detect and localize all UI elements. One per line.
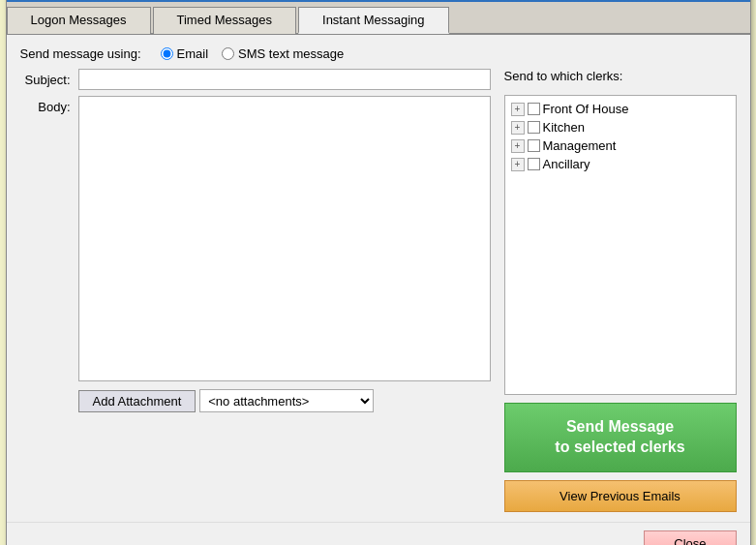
sms-radio-item[interactable]: SMS text message [222, 46, 344, 61]
body-row: Body: [20, 96, 491, 381]
clerk-tree[interactable]: + Front Of House + Kitchen + Management [504, 95, 737, 395]
subject-row: Subject: [20, 69, 491, 90]
tab-content: Send message using: Email SMS text messa… [7, 35, 750, 522]
body-textarea[interactable] [78, 96, 491, 381]
send-to-label: Send to which clerks: [504, 69, 737, 83]
close-button[interactable]: Close [644, 530, 736, 545]
checkbox-front-house[interactable] [528, 103, 540, 115]
send-btn-line1: Send Message [566, 418, 674, 435]
right-panel: Send to which clerks: + Front Of House +… [504, 69, 737, 512]
checkbox-kitchen[interactable] [528, 121, 540, 134]
attachment-row: Add Attachment <no attachments> [20, 389, 491, 412]
ancillary-label: Ancillary [543, 157, 590, 171]
expander-kitchen[interactable]: + [511, 121, 525, 135]
main-area: Subject: Body: Add Attachment <no attach… [20, 69, 737, 512]
expander-ancillary[interactable]: + [511, 158, 525, 171]
email-radio[interactable] [161, 47, 173, 60]
expander-management[interactable]: + [511, 139, 525, 153]
view-previous-emails-button[interactable]: View Previous Emails [504, 480, 737, 512]
sms-radio[interactable] [222, 47, 234, 60]
expander-front-house[interactable]: + [511, 103, 525, 116]
front-house-label: Front Of House [543, 102, 629, 116]
send-message-button[interactable]: Send Message to selected clerks [504, 403, 737, 472]
add-attachment-button[interactable]: Add Attachment [78, 390, 197, 412]
checkbox-ancillary[interactable] [528, 158, 540, 170]
send-btn-line2: to selected clerks [555, 439, 684, 455]
list-item[interactable]: + Management [509, 136, 732, 155]
tab-bar: Logon Messages Timed Messages Instant Me… [7, 2, 750, 35]
main-window: Clerk Messaging ─ □ ✕ Logon Messages Tim… [6, 0, 751, 545]
subject-input[interactable] [78, 69, 491, 90]
management-label: Management [543, 138, 617, 153]
tab-instant-messaging[interactable]: Instant Messaging [298, 7, 449, 34]
list-item[interactable]: + Front Of House [509, 100, 732, 118]
attachment-select[interactable]: <no attachments> [199, 389, 374, 412]
kitchen-label: Kitchen [543, 120, 585, 135]
send-method-row: Send message using: Email SMS text messa… [20, 46, 737, 61]
subject-label: Subject: [20, 73, 78, 87]
email-label: Email [177, 46, 209, 61]
radio-group: Email SMS text message [161, 46, 345, 61]
email-radio-item[interactable]: Email [161, 46, 209, 61]
footer: Close [7, 522, 750, 545]
body-label: Body: [20, 96, 78, 114]
tab-timed-messages[interactable]: Timed Messages [153, 7, 297, 34]
left-panel: Subject: Body: Add Attachment <no attach… [20, 69, 491, 512]
checkbox-management[interactable] [528, 139, 540, 152]
list-item[interactable]: + Kitchen [509, 118, 732, 136]
send-method-label: Send message using: [20, 46, 141, 61]
list-item[interactable]: + Ancillary [509, 155, 732, 173]
sms-label: SMS text message [238, 46, 344, 61]
tab-logon-messages[interactable]: Logon Messages [7, 7, 151, 34]
